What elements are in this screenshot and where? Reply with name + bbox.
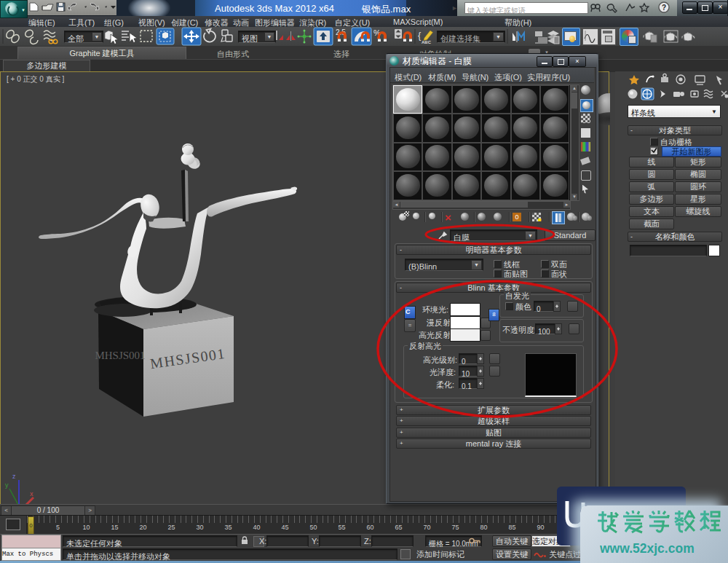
svg-text:x: x — [30, 490, 33, 497]
svg-text:?: ? — [662, 4, 666, 12]
svg-text:{: { — [418, 30, 422, 41]
svg-text:y: y — [5, 481, 9, 489]
svg-text:ABC: ABC — [422, 40, 432, 44]
svg-text:MHSJS001: MHSJS001 — [95, 350, 145, 361]
svg-text:www.52xjc.com: www.52xjc.com — [600, 541, 695, 556]
svg-text:z: z — [12, 473, 16, 480]
